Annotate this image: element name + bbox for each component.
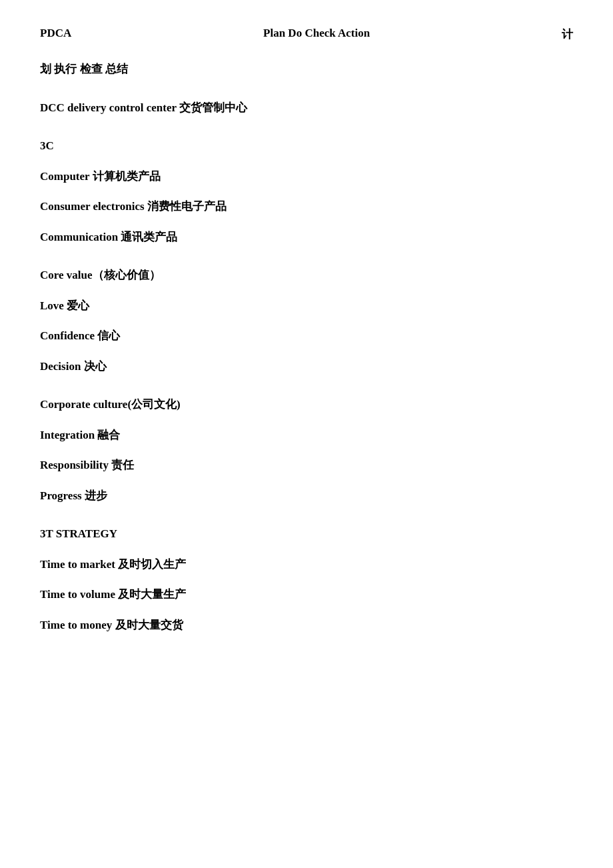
content-line-line15: 3T STRATEGY bbox=[40, 525, 573, 543]
header: PDCA Plan Do Check Action 计 bbox=[40, 27, 573, 42]
content-line-line2: DCC delivery control center 交货管制中心 bbox=[40, 99, 573, 117]
content-line-line12: Integration 融合 bbox=[40, 427, 573, 444]
content-line-line3: 3C bbox=[40, 137, 573, 155]
content-line-line16: Time to market 及时切入生产 bbox=[40, 556, 573, 573]
content-area: 划 执行 检查 总结DCC delivery control center 交货… bbox=[40, 61, 573, 633]
content-line-line9: Confidence 信心 bbox=[40, 327, 573, 345]
content-line-line6: Communication 通讯类产品 bbox=[40, 229, 573, 246]
content-line-line17: Time to volume 及时大量生产 bbox=[40, 586, 573, 603]
content-line-line11: Corporate culture(公司文化) bbox=[40, 396, 573, 413]
content-line-line10: Decision 决心 bbox=[40, 358, 573, 375]
content-line-line18: Time to money 及时大量交货 bbox=[40, 617, 573, 634]
content-line-line4: Computer 计算机类产品 bbox=[40, 168, 573, 185]
content-line-line5: Consumer electronics 消费性电子产品 bbox=[40, 198, 573, 215]
content-line-line1: 划 执行 检查 总结 bbox=[40, 61, 573, 78]
content-line-line13: Responsibility 责任 bbox=[40, 457, 573, 474]
header-right-text: 计 bbox=[562, 27, 573, 42]
header-left-text: PDCA bbox=[40, 27, 71, 40]
header-center-text: Plan Do Check Action bbox=[71, 27, 562, 40]
content-line-line7: Core value（核心价值） bbox=[40, 267, 573, 284]
content-line-line8: Love 爱心 bbox=[40, 297, 573, 315]
content-line-line14: Progress 进步 bbox=[40, 487, 573, 505]
